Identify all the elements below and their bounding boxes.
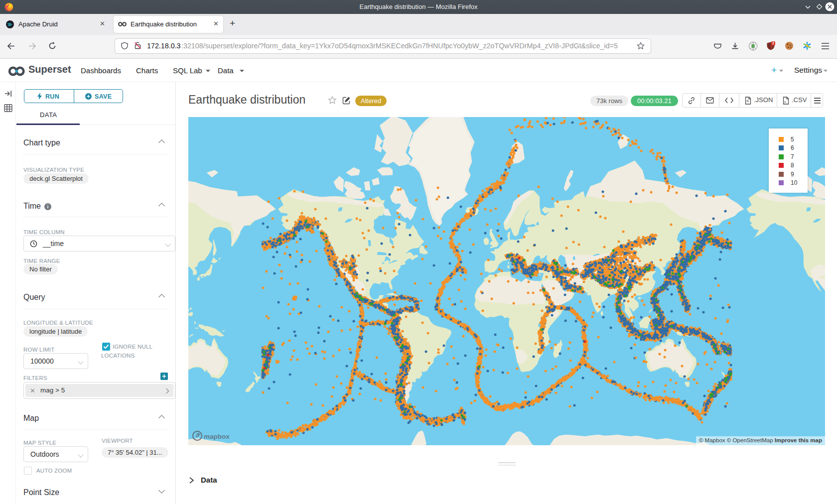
svg-text:mapbox: mapbox xyxy=(204,433,230,440)
svg-text:x: x xyxy=(784,100,786,104)
svg-text:2: 2 xyxy=(772,41,774,45)
